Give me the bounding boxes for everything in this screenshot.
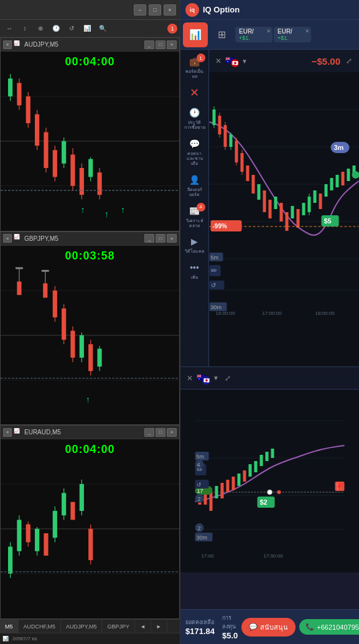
- svg-text:↑: ↑: [81, 205, 85, 215]
- sidebar-leaderboard[interactable]: 👤 ลีดเดอร์บอร์ด: [183, 170, 207, 200]
- tool-clock[interactable]: 🕐: [49, 22, 63, 35]
- chart-min-2[interactable]: _: [144, 234, 154, 243]
- left-panel: − □ × ↔ ↕ ⊕ 🕐 ↺ 📊 🔍 1 × 📈 AUDJPY,M5 _ □ …: [0, 0, 180, 644]
- sidebar-history[interactable]: 🕐 ประวัติการซื้อขาย: [183, 103, 207, 133]
- footer-investment: การลงทุน $5.0: [222, 614, 238, 640]
- sidebar-video[interactable]: ▶ วิดีโอแคด: [183, 232, 207, 256]
- tool-arrows2[interactable]: ↕: [18, 22, 32, 35]
- svg-rect-107: [325, 184, 328, 197]
- svg-rect-100: [291, 206, 294, 218]
- asset-tabs: ✕ EUR/ +$1. ✕ EUR/ +$1.: [235, 27, 357, 42]
- tool-refresh[interactable]: ↺: [65, 22, 78, 35]
- close-trade-icon: ✕: [188, 86, 202, 100]
- expand-btn[interactable]: ⤢: [343, 55, 355, 67]
- svg-text:2: 2: [198, 525, 201, 531]
- svg-text:↑: ↑: [121, 205, 125, 215]
- tab-prev[interactable]: ◄: [135, 620, 151, 633]
- status-text: 20567/7 kb: [12, 636, 37, 642]
- chart-max-2[interactable]: □: [156, 234, 166, 243]
- top-chart-area: ✕ 🇦🇺 🇯🇵 ▼ −$5.00 ⤢: [209, 50, 359, 366]
- tool-search[interactable]: 🔍: [96, 22, 110, 35]
- tab-gbpjpy[interactable]: GBPJPY: [102, 620, 135, 633]
- iq-sidebar: 1 💼 พอร์ตเป็นผล ✕ 🕐 ประวัติการซื้อขาย 💬 …: [180, 50, 209, 366]
- nav-grid-btn[interactable]: ⊞: [209, 22, 234, 47]
- svg-rect-148: [266, 452, 269, 461]
- asset-tab-close-2[interactable]: ✕: [305, 28, 310, 34]
- bottom-expand-btn[interactable]: ⤢: [221, 372, 234, 385]
- svg-rect-142: [232, 477, 235, 490]
- chat-support-btn[interactable]: 💬 สนับสนุน: [241, 618, 296, 637]
- phone-btn[interactable]: 📞 +6621040795: [299, 619, 359, 635]
- chart-min-1[interactable]: _: [144, 40, 154, 49]
- top-chart-close[interactable]: ✕: [215, 57, 221, 65]
- chart-title-1: AUDJPY,M5: [24, 41, 142, 48]
- maximize-btn[interactable]: □: [149, 4, 161, 16]
- chart-close-1[interactable]: ×: [3, 40, 12, 49]
- chart-min-3[interactable]: _: [144, 428, 154, 437]
- chart-close-2[interactable]: ×: [3, 234, 12, 243]
- tool-chart[interactable]: 📊: [80, 22, 94, 35]
- chart-x-1[interactable]: ×: [167, 40, 177, 49]
- right-panel: iq IQ Option 📊 ⊞ ✕ EUR/ +$1. ✕ EUR/ +$1.: [180, 0, 359, 644]
- svg-rect-105: [314, 190, 317, 203]
- bottom-chart-close[interactable]: ✕: [187, 374, 193, 383]
- tab-next[interactable]: ►: [151, 620, 167, 633]
- svg-rect-146: [254, 461, 258, 472]
- svg-rect-147: [260, 455, 263, 466]
- chat-label: สนับสนุน: [260, 622, 288, 633]
- chart-close-3[interactable]: ×: [3, 428, 12, 437]
- svg-text:18:00:00: 18:00:00: [315, 310, 335, 315]
- tab-m5[interactable]: M5: [0, 620, 19, 633]
- chart-body-3: 00:04:00: [1, 439, 179, 618]
- tool-arrows[interactable]: ↔: [2, 22, 16, 35]
- svg-rect-34: [17, 281, 21, 295]
- sidebar-portfolio-label: พอร์ตเป็นผล: [184, 69, 205, 80]
- asset-tab-1[interactable]: ✕ EUR/ +$1.: [235, 27, 273, 42]
- left-inner-toolbar: ↔ ↕ ⊕ 🕐 ↺ 📊 🔍 1: [0, 20, 180, 37]
- chart-x-3[interactable]: ×: [167, 428, 177, 437]
- minimize-btn[interactable]: −: [134, 4, 146, 16]
- chart-svg-2: ↑: [1, 246, 179, 425]
- sidebar-more-label: เพิ่ม: [191, 275, 198, 280]
- asset-tab-2[interactable]: ✕ EUR/ +$1.: [274, 27, 311, 42]
- svg-text:-99%: -99%: [213, 223, 227, 230]
- svg-rect-63: [44, 533, 48, 556]
- iq-title: IQ Option: [203, 5, 240, 14]
- asset-dropdown-arrow[interactable]: ▼: [241, 58, 248, 65]
- svg-text:4: 4: [197, 462, 200, 468]
- chat-icon: 💬: [188, 137, 202, 151]
- asset-tab-name-1: EUR/: [239, 28, 254, 35]
- tab-audchf[interactable]: AUDCHF,M5: [19, 620, 62, 633]
- close-btn[interactable]: ×: [164, 4, 176, 16]
- tab-audjpy[interactable]: AUDJPY,M5: [61, 620, 102, 633]
- chart-timer-3: 00:04:00: [65, 443, 114, 456]
- sidebar-analysis[interactable]: 4 📰 วิเคราะห์ตลาด: [183, 202, 207, 231]
- asset-tab-close-1[interactable]: ✕: [266, 28, 271, 34]
- tool-plus[interactable]: ⊕: [34, 22, 47, 35]
- chart-title-2: GBPJPY,M5: [24, 235, 142, 242]
- sidebar-more[interactable]: ••• เพิ่ม: [183, 258, 207, 282]
- notification-badge: 1: [167, 24, 177, 34]
- chart-x-2[interactable]: ×: [167, 234, 177, 243]
- sidebar-chat[interactable]: 💬 คบหนาและซาบเดือ: [183, 134, 207, 169]
- chart-icon-3: 📈: [14, 428, 22, 437]
- nav-chart-btn[interactable]: 📊: [183, 22, 208, 47]
- phone-icon: 📞: [305, 623, 314, 631]
- chart-max-3[interactable]: □: [156, 428, 166, 437]
- svg-rect-145: [249, 464, 252, 477]
- iq-main: 1 💼 พอร์ตเป็นผล ✕ 🕐 ประวัติการซื้อขาย 💬 …: [180, 50, 359, 609]
- svg-text:↺: ↺: [197, 482, 202, 488]
- sidebar-portfolio[interactable]: 1 💼 พอร์ตเป็นผล: [183, 52, 207, 82]
- chart-icon-2: 📈: [14, 234, 22, 243]
- svg-point-114: [352, 171, 360, 179]
- sidebar-close-trade[interactable]: ✕: [183, 83, 207, 102]
- bottom-asset-dropdown[interactable]: ▼: [213, 375, 219, 381]
- chart-max-1[interactable]: □: [156, 40, 166, 49]
- bottom-chart-flags: 🇦🇺 🇯🇵: [195, 372, 210, 385]
- svg-text:↑: ↑: [86, 394, 90, 404]
- svg-rect-111: [347, 169, 350, 181]
- leaderboard-icon: 👤: [188, 173, 202, 187]
- asset-tab-change-2: +$1.: [277, 35, 289, 41]
- iq-chart-bottom: ✕ 🇦🇺 🇯🇵 ▼ ⤢: [180, 367, 359, 572]
- chart-euraud: × 📈 EURAUD,M5 _ □ × 00:04:00: [0, 425, 180, 619]
